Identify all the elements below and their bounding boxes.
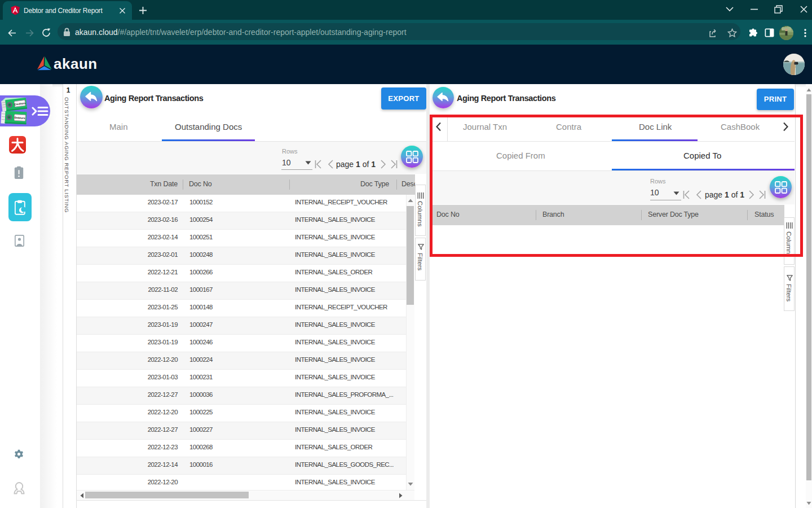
svg-text:Debtors: Debtors — [15, 116, 25, 120]
